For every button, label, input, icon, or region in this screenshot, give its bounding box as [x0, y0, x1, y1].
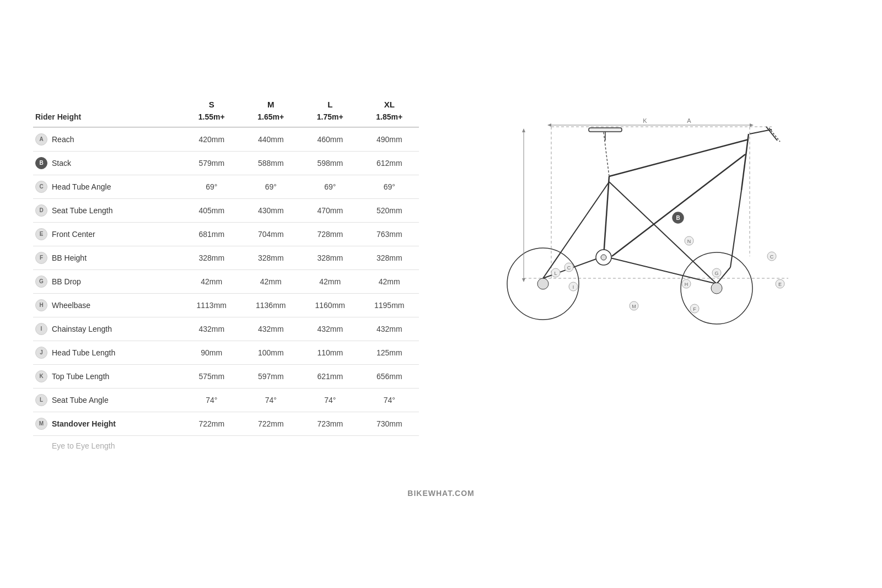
- svg-line-25: [766, 127, 777, 141]
- row-label-text: Stack: [52, 159, 71, 168]
- inner-label: GBB Drop: [35, 276, 176, 288]
- row-label-text: Front Center: [52, 230, 95, 239]
- rider-height-label: Rider Height: [33, 112, 182, 127]
- height-s: 1.55m+: [182, 112, 241, 127]
- row-value-cell: 69°: [182, 175, 241, 198]
- svg-line-15: [609, 182, 717, 284]
- row-value-cell: 730mm: [360, 412, 420, 435]
- row-value-cell: 656mm: [360, 364, 420, 388]
- row-value-cell: 460mm: [300, 127, 360, 151]
- row-value-cell: 490mm: [360, 127, 420, 151]
- row-value-cell: 69°: [300, 175, 360, 198]
- svg-marker-57: [522, 278, 525, 282]
- row-label-cell: IChainstay Length: [33, 317, 182, 341]
- row-value-cell: 74°: [182, 388, 241, 412]
- row-badge: J: [35, 347, 47, 359]
- row-value-cell: 42mm: [300, 269, 360, 293]
- svg-line-5: [741, 134, 749, 190]
- svg-text:K: K: [643, 117, 647, 124]
- row-value-cell: 575mm: [182, 364, 241, 388]
- row-badge: M: [35, 418, 47, 430]
- row-label-text: BB Height: [52, 253, 87, 262]
- table-row: CHead Tube Angle69°69°69°69°: [33, 175, 419, 198]
- row-badge: K: [35, 370, 47, 382]
- svg-marker-53: [547, 123, 551, 127]
- row-label-cell: EFront Center: [33, 222, 182, 246]
- table-row: HWheelbase1113mm1136mm1160mm1195mm: [33, 293, 419, 317]
- svg-text:H: H: [685, 282, 689, 287]
- inner-label: DSeat Tube Length: [35, 204, 176, 217]
- row-label-cell: Eye to Eye Length: [33, 435, 182, 456]
- empty-header: [33, 96, 182, 112]
- table-row: BStack579mm588mm598mm612mm: [33, 151, 419, 175]
- svg-marker-56: [522, 128, 525, 132]
- row-value-cell: 722mm: [182, 412, 241, 435]
- table-row: MStandover Height722mm722mm723mm730mm: [33, 412, 419, 435]
- svg-point-21: [711, 283, 722, 294]
- svg-marker-54: [750, 123, 754, 127]
- inner-label: FBB Height: [35, 252, 176, 264]
- size-m-header: M: [241, 96, 301, 112]
- row-value-cell: 597mm: [241, 364, 301, 388]
- row-value-cell: 432mm: [182, 317, 241, 341]
- row-badge: B: [35, 157, 47, 169]
- row-badge: F: [35, 252, 47, 264]
- svg-line-9: [612, 154, 745, 256]
- row-value-cell: 110mm: [300, 341, 360, 364]
- svg-text:C: C: [770, 254, 774, 260]
- row-value-cell: 723mm: [300, 412, 360, 435]
- svg-text:C: C: [567, 265, 571, 271]
- row-value-cell: 74°: [300, 388, 360, 412]
- inner-label: Eye to Eye Length: [35, 441, 176, 450]
- row-label-text: BB Drop: [52, 277, 81, 286]
- row-value-cell: 432mm: [300, 317, 360, 341]
- row-value-cell: 328mm: [182, 246, 241, 269]
- row-value-cell: 470mm: [300, 198, 360, 222]
- inner-label: AReach: [35, 133, 176, 145]
- svg-text:G: G: [714, 271, 718, 276]
- svg-text:I: I: [573, 284, 574, 290]
- row-value-cell: 74°: [360, 388, 420, 412]
- row-label-cell: KTop Tube Length: [33, 364, 182, 388]
- row-value-cell: [360, 435, 420, 456]
- row-value-cell: 1136mm: [241, 293, 301, 317]
- svg-line-13: [604, 256, 717, 284]
- row-value-cell: 328mm: [241, 246, 301, 269]
- svg-text:B: B: [676, 215, 680, 221]
- svg-text:E: E: [778, 282, 782, 287]
- main-container: S M L XL Rider Height 1.55m+ 1.65m+ 1.75…: [0, 74, 882, 478]
- row-value-cell: 763mm: [360, 222, 420, 246]
- table-row: DSeat Tube Length405mm430mm470mm520mm: [33, 198, 419, 222]
- row-badge: I: [35, 323, 47, 335]
- inner-label: MStandover Height: [35, 418, 176, 430]
- table-row: KTop Tube Length575mm597mm621mm656mm: [33, 364, 419, 388]
- row-label-text: Seat Tube Length: [52, 206, 113, 215]
- row-value-cell: 579mm: [182, 151, 241, 175]
- svg-text:F: F: [693, 306, 696, 312]
- row-value-cell: 430mm: [241, 198, 301, 222]
- row-value-cell: 728mm: [300, 222, 360, 246]
- row-value-cell: 1160mm: [300, 293, 360, 317]
- row-label-text: Top Tube Length: [52, 372, 109, 381]
- table-row: JHead Tube Length90mm100mm110mm125mm: [33, 341, 419, 364]
- row-label-cell: FBB Height: [33, 246, 182, 269]
- row-badge: C: [35, 181, 47, 193]
- row-value-cell: 420mm: [182, 127, 241, 151]
- diagram-section: K A B B C N G H: [441, 96, 849, 328]
- row-value-cell: 69°: [360, 175, 420, 198]
- row-value-cell: 612mm: [360, 151, 420, 175]
- height-xl: 1.85m+: [360, 112, 420, 127]
- svg-line-8: [609, 139, 749, 176]
- row-value-cell: 42mm: [182, 269, 241, 293]
- row-value-cell: 704mm: [241, 222, 301, 246]
- row-label-cell: JHead Tube Length: [33, 341, 182, 364]
- spec-table: S M L XL Rider Height 1.55m+ 1.65m+ 1.75…: [33, 96, 419, 456]
- row-value-cell: 588mm: [241, 151, 301, 175]
- footer: BIKEWHAT.COM: [0, 478, 882, 514]
- row-value-cell: 1113mm: [182, 293, 241, 317]
- row-value-cell: 42mm: [241, 269, 301, 293]
- row-value-cell: 598mm: [300, 151, 360, 175]
- height-l: 1.75m+: [300, 112, 360, 127]
- row-label-cell: BStack: [33, 151, 182, 175]
- row-label-cell: LSeat Tube Angle: [33, 388, 182, 412]
